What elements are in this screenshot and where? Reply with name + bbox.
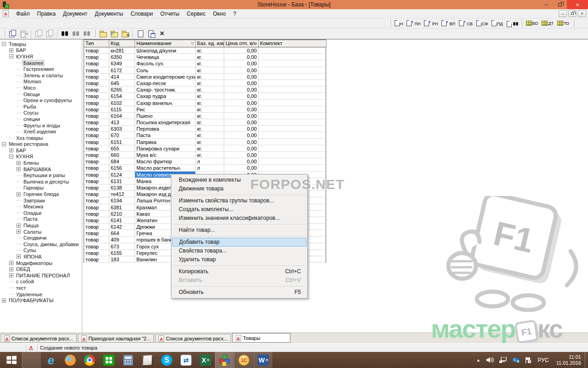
table-row[interactable]: товар6156Масло растительн.л0,00 (84, 165, 326, 171)
menu-item-reports[interactable]: Отчеты (157, 10, 183, 18)
copy-append-button[interactable] (34, 29, 44, 38)
expand-icon[interactable]: + (9, 148, 13, 152)
tree-item-31[interactable]: Сендвичи (0, 235, 82, 241)
tree-item-34[interactable]: +ЯПОНА (0, 253, 82, 260)
volume-icon[interactable] (486, 357, 494, 363)
column-header-4[interactable]: Цена отп. в/н (224, 40, 259, 47)
tree-item-9[interactable]: Орехи и сухофрукты (0, 97, 82, 104)
menu-item-help[interactable]: ? (229, 10, 240, 18)
copy-page-button[interactable] (45, 29, 55, 38)
column-header-1[interactable]: Код (109, 40, 135, 47)
close-button[interactable]: × (567, 0, 588, 9)
expand-icon[interactable]: + (17, 224, 21, 228)
table-row[interactable]: товар413Посыпка кондитерскаякг.0,00 (84, 119, 326, 126)
tree-item-6[interactable]: Молоко (0, 79, 82, 85)
toolbar-button-doc-rn[interactable]: +РН (423, 19, 439, 27)
context-menu-item-edit-classifiers[interactable]: Изменить значения классификаторов... (172, 214, 306, 223)
toolbar-button-doc-sf[interactable]: СФ (475, 19, 489, 27)
table-row[interactable]: товар6164Пшенокг.0,00 (84, 113, 326, 119)
collapse-icon[interactable]: − (9, 54, 13, 58)
menu-item-service[interactable]: Сервис (183, 10, 209, 18)
tree-item-15[interactable]: Хоз.товары (0, 135, 82, 141)
toolbar-button-doc-pn[interactable]: +ПН (405, 19, 422, 27)
tree-item-41[interactable]: +ПОЛУФАБРИКАТЫ (0, 297, 82, 304)
taskbar-clock[interactable]: 11:01 11.01.2016 (556, 354, 581, 366)
find-prev-button[interactable] (82, 29, 92, 38)
maximize-button[interactable] (553, 0, 567, 9)
tree-item-21[interactable]: Вертышки и рапы (0, 172, 82, 178)
action-center-flag-icon[interactable] (525, 357, 531, 363)
toolbar-button-doc-sv[interactable]: +СВ (458, 19, 474, 27)
tree-item-18[interactable]: −КУХНЯ (0, 154, 82, 160)
toolbar-button-doc-n[interactable]: Н (393, 19, 405, 27)
taskbar-word-button[interactable]: W≡ (254, 352, 273, 368)
toolbar-button-doc-vp[interactable]: +ВП (440, 19, 457, 27)
table-row[interactable]: товар655Панировка сухарикг.0,00 (84, 145, 326, 152)
tree-item-23[interactable]: Гарниры (0, 185, 82, 191)
tree-item-24[interactable]: +Горячие блюда (0, 191, 82, 197)
taskbar-excel-button[interactable]: X≡ (196, 352, 215, 368)
table-row[interactable]: товар6350Чечевицакг.0,00 (84, 54, 326, 60)
taskbar-sticky-notes-button[interactable] (138, 352, 157, 368)
expand-icon[interactable]: + (9, 48, 13, 52)
context-menu-item-paste[interactable]: ВставитьCtrl+V (172, 276, 306, 285)
context-menu-item-create-kits[interactable]: Создать комплекты... (172, 205, 306, 214)
tab-goods[interactable]: △2Товары (232, 333, 290, 343)
context-menu-item-find-item[interactable]: Найти товар... (172, 226, 306, 235)
menu-item-document[interactable]: Документ (59, 10, 91, 18)
taskbar-storehouse-button[interactable] (215, 352, 234, 368)
table-row[interactable]: товар6303Перловкакг.0,00 (84, 126, 326, 132)
taskbar-windows-store-button[interactable] (99, 352, 119, 368)
toolbar-button-doc-pd[interactable]: ПД (490, 19, 504, 27)
taskbar-chrome-button[interactable] (80, 352, 99, 368)
folder-delete-button[interactable]: × (120, 29, 130, 38)
table-row[interactable]: товар6154Сахар пудракг.0,00 (84, 93, 326, 99)
tree-item-0[interactable]: −Товары (0, 41, 82, 47)
tab-doc-list-1[interactable]: △2Список документов расх... (1, 334, 77, 343)
mdi-minimize-button[interactable]: – (559, 10, 567, 17)
paste-button[interactable]: ▾ (18, 29, 28, 38)
menu-item-documents[interactable]: Документы (91, 10, 127, 18)
context-menu-item-add-item[interactable]: Добавить товар (172, 238, 306, 247)
taskbar-1c-button[interactable]: 1С (234, 352, 254, 368)
column-header-2[interactable]: Наименование▽ (135, 40, 196, 47)
expand-icon[interactable]: + (9, 261, 13, 265)
table-row[interactable]: товар645Сахар-песоккг.0,00 (84, 80, 326, 86)
table-row[interactable]: товар6102Сахар ванильн.кг.0,00 (84, 100, 326, 106)
column-header-0[interactable]: Тип (84, 40, 109, 47)
tree-item-39[interactable]: тест (0, 285, 82, 291)
context-menu-item-delete-item[interactable]: Удалить товар (172, 255, 306, 264)
table-row[interactable]: товар6172Солькг.0,00 (84, 67, 326, 74)
taskbar-teamviewer-button[interactable]: ⇄ (176, 352, 196, 368)
start-button[interactable] (0, 352, 22, 368)
tree-item-3[interactable]: Бакалея (0, 60, 82, 66)
expand-icon[interactable]: + (17, 230, 21, 234)
tree-item-37[interactable]: +ПИТАНИЕ ПЕРСОНАЛ (0, 272, 82, 279)
expand-icon[interactable]: + (17, 254, 21, 259)
table-row[interactable]: товаркн281Шоколад д/кухникг.0,00 (84, 47, 326, 54)
tree-item-14[interactable]: Хлеб изделия (0, 128, 82, 135)
column-header-3[interactable]: Баз. ед. изм (196, 40, 224, 47)
taskbar-firefox-button[interactable] (61, 352, 80, 368)
table-row[interactable]: товар6151Паприкакг.0,00 (84, 139, 326, 145)
menu-item-window[interactable]: Окно (209, 10, 230, 18)
expand-icon[interactable]: + (17, 167, 21, 171)
tree-item-12[interactable]: специи (0, 116, 82, 122)
language-indicator[interactable]: РУС (538, 357, 549, 363)
properties-button[interactable] (146, 29, 156, 38)
toolbar-button-grid-to[interactable]: ТО (556, 20, 571, 27)
context-menu-item-refresh[interactable]: ОбновитьF5 (172, 288, 306, 297)
new-item-button[interactable] (135, 29, 145, 38)
network-icon[interactable] (499, 357, 507, 363)
expand-icon[interactable]: + (17, 192, 21, 196)
toolbar-button-grid-vo[interactable]: ВО (525, 20, 540, 27)
table-row[interactable]: товар6265Сахар- тростник.кг.0,00 (84, 86, 326, 93)
context-menu-item-copy[interactable]: КопироватьCtrl+C (172, 267, 306, 276)
tree-item-30[interactable]: +Салаты (0, 229, 82, 235)
expand-icon[interactable]: + (17, 161, 21, 165)
table-row[interactable]: товар6349Фасоль сух.кг.0,00 (84, 60, 326, 67)
tree-item-19[interactable]: +Блины (0, 160, 82, 166)
tree-item-1[interactable]: +БАР (0, 47, 82, 54)
table-row[interactable]: товар414Смеси кондитерские сухиекг.0,00 (84, 74, 326, 80)
toolbar-grip[interactable] (4, 30, 5, 37)
